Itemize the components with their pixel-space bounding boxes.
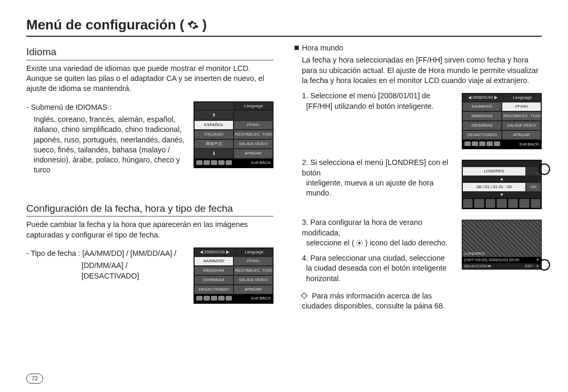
section-fecha-heading: Configuración de la fecha, hora y tipo d… — [26, 202, 273, 217]
svg-line-8 — [361, 241, 362, 241]
highlight-circle-icon — [539, 259, 550, 271]
step4-line-a: 4. Para seleccionar una ciudad, seleccio… — [302, 253, 454, 263]
hora-screen-2: LONDRES ▲ 08 / 01 / 01 01 : 00 OK ▼ — [462, 160, 542, 209]
footer-icons — [464, 141, 501, 147]
step2-line-a: 2. Si selecciona el menú [LONDRES] con e… — [302, 158, 454, 178]
step1-line-b: [FF/HH] utilizando el botón inteligente. — [302, 101, 454, 111]
idioma-sub-list: Inglés, coreano, francés, alemán, españo… — [26, 115, 186, 176]
left-column: Idioma Existe una variedad de idiomas qu… — [26, 43, 273, 312]
hora-screen-3: LONDRES (GMT+09:00) 2008/01/01 09:05☀ SE… — [462, 220, 542, 270]
world-map-icon: LONDRES — [462, 220, 541, 257]
footer-icons — [196, 296, 233, 302]
page-title: Menú de configuración ( ) — [26, 16, 542, 37]
step2-line-b: inteligente, mueva a un ajuste de hora m… — [302, 178, 454, 199]
page-number: 72 — [26, 374, 43, 384]
hora-screen-1: ◀ 2008/01/01 ▶Language AA/MM/DDFF/HH MM/… — [462, 93, 542, 149]
fecha-screen: ◀ 2008/01/01 ▶Language AA/MM/DDFF/HH MM/… — [194, 247, 273, 304]
idioma-paragraph: Existe una variedad de idiomas que puede… — [26, 64, 273, 94]
section-idioma-heading: Idioma — [26, 45, 273, 60]
step3-line-bc: seleccione el ( ) icono del lado derecho… — [302, 238, 454, 248]
footer-icons — [196, 160, 233, 166]
note-label: Para más información acerca de las ciuda… — [302, 291, 454, 312]
right-column: Hora mundo La fecha y hora seleccionadas… — [295, 43, 542, 312]
gear-icon — [187, 19, 199, 31]
fecha-paragraph: Puede cambiar la fecha y la hora que apa… — [26, 220, 273, 240]
svg-line-7 — [358, 245, 358, 245]
svg-point-0 — [359, 242, 361, 244]
step1-line-a: 1. Seleccione el menú [2008/01/01] de — [302, 91, 454, 101]
hora-mundo-paragraph: La fecha y hora seleccionadas en [FF/HH]… — [295, 55, 542, 86]
title-suffix: ) — [202, 16, 207, 34]
highlight-circle-icon — [539, 163, 550, 175]
thumb-row — [462, 198, 541, 209]
step4-line-b: la ciudad deseada con el botón inteligen… — [302, 263, 454, 284]
sun-icon — [356, 239, 363, 247]
idioma-sub-label: - Submenú de IDIOMAS : — [26, 102, 186, 112]
title-prefix: Menú de configuración ( — [26, 16, 184, 34]
step3-line-a: 3. Para configurar la hora de verano mod… — [302, 218, 454, 238]
idioma-screen: Language ⬆ ESPAÑOLFF/HH ITALIANORESTABLE… — [194, 101, 273, 168]
svg-line-6 — [361, 245, 362, 245]
fecha-sub-label2: [DD/MM/AA] / [DESACTIVADO] — [26, 261, 186, 281]
svg-line-5 — [358, 241, 358, 241]
fecha-sub-label: - Tipo de fecha : [AA/MM/DD] / [MM/DD/AA… — [26, 249, 186, 259]
hora-mundo-heading: Hora mundo — [295, 43, 542, 53]
